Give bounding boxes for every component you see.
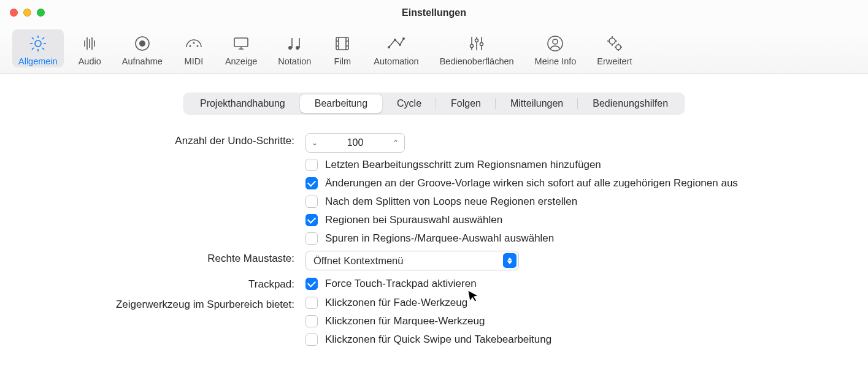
popup-arrows-icon [503, 253, 517, 268]
checkbox-icon [305, 214, 318, 226]
checkbox-icon [305, 159, 318, 171]
checkbox-force-touch[interactable]: Force Touch-Trackpad aktivieren [305, 278, 822, 290]
popup-value: Öffnet Kontextmenü [313, 255, 403, 267]
sliders-icon [466, 33, 487, 54]
svg-point-15 [475, 39, 478, 42]
checkbox-icon [305, 315, 318, 327]
toolbar-item-erweitert[interactable]: Erweitert [591, 29, 638, 67]
trackpad-label: Trackpad: [25, 276, 294, 291]
midi-icon [183, 33, 204, 54]
record-icon [132, 33, 153, 54]
toolbar-item-label: Erweitert [597, 56, 632, 66]
right-mouse-label: Rechte Maustaste: [25, 251, 294, 265]
person-circle-icon [545, 33, 566, 54]
tab-bedienungshilfen[interactable]: Bedienungshilfen [578, 94, 683, 113]
toolbar-item-bedienoberflaechen[interactable]: Bedienoberflächen [434, 29, 520, 67]
checkbox-split-loops[interactable]: Nach dem Splitten von Loops neue Regione… [305, 196, 822, 208]
svg-point-5 [196, 45, 198, 47]
svg-point-13 [402, 37, 405, 40]
svg-point-0 [35, 40, 41, 47]
toolbar-item-automation[interactable]: Automation [367, 29, 424, 67]
svg-point-11 [394, 39, 396, 41]
preferences-toolbar: Allgemein Audio Aufnahme MIDI Anzeige No… [0, 26, 868, 74]
toolbar-item-notation[interactable]: Notation [272, 29, 317, 67]
toolbar-item-label: Aufnahme [122, 56, 163, 66]
checkbox-icon [305, 297, 318, 309]
toolbar-item-label: Meine Info [535, 56, 577, 66]
checkbox-groove-template[interactable]: Änderungen an der Groove-Vorlage wirken … [305, 177, 822, 189]
checkbox-add-edit-step[interactable]: Letzten Bearbeitungsschritt zum Regionsn… [305, 159, 822, 171]
checkbox-quickswipe-zones[interactable]: Klickzonen für Quick Swipe und Takebearb… [305, 334, 822, 346]
sub-tabs: Projekthandhabung Bearbeitung Cycle Folg… [183, 93, 685, 115]
checkbox-icon [305, 334, 318, 346]
checkbox-icon [305, 232, 318, 245]
tab-mitteilungen[interactable]: Mitteilungen [496, 94, 578, 113]
svg-point-16 [480, 43, 483, 46]
automation-icon [386, 33, 407, 54]
checkbox-region-on-track-select[interactable]: Regionen bei Spurauswahl auswählen [305, 214, 822, 226]
toolbar-item-label: MIDI [185, 56, 204, 66]
checkbox-tracks-in-region-select[interactable]: Spuren in Regions-/Marquee-Auswahl auswä… [305, 232, 822, 245]
gear-icon [28, 33, 48, 54]
stepper-down-icon[interactable]: ⌄ [306, 139, 323, 147]
right-mouse-popup[interactable]: Öffnet Kontextmenü [305, 251, 519, 270]
tab-projekthandhabung[interactable]: Projekthandhabung [185, 94, 300, 113]
svg-rect-6 [234, 38, 248, 47]
svg-point-3 [189, 45, 191, 47]
gears-icon [604, 33, 625, 54]
toolbar-item-aufnahme[interactable]: Aufnahme [116, 29, 169, 67]
tab-cycle[interactable]: Cycle [382, 94, 436, 113]
tab-folgen[interactable]: Folgen [436, 94, 496, 113]
checkbox-label: Force Touch-Trackpad aktivieren [325, 278, 477, 290]
svg-point-18 [553, 39, 558, 44]
toolbar-item-label: Allgemein [18, 56, 58, 66]
toolbar-item-label: Notation [278, 56, 311, 66]
svg-point-12 [399, 44, 401, 46]
svg-rect-9 [336, 37, 348, 50]
undo-steps-label: Anzahl der Undo-Schritte: [25, 133, 294, 147]
display-icon [231, 33, 252, 54]
toolbar-item-label: Bedienoberflächen [440, 56, 514, 66]
window-title: Einstellungen [0, 7, 868, 18]
toolbar-item-label: Anzeige [225, 56, 257, 66]
toolbar-item-anzeige[interactable]: Anzeige [219, 29, 263, 67]
content-area: Projekthandhabung Bearbeitung Cycle Folg… [0, 74, 868, 346]
svg-point-10 [388, 46, 390, 48]
checkbox-label: Klickzonen für Marquee-Werkzeug [325, 315, 485, 327]
title-bar: Einstellungen [0, 0, 868, 26]
svg-point-19 [609, 38, 615, 44]
svg-point-7 [288, 46, 292, 50]
toolbar-item-label: Automation [374, 56, 418, 66]
checkbox-label: Regionen bei Spurauswahl auswählen [325, 214, 502, 226]
checkbox-marquee-zones[interactable]: Klickzonen für Marquee-Werkzeug [305, 315, 822, 327]
checkbox-label: Änderungen an der Groove-Vorlage wirken … [325, 177, 738, 189]
toolbar-item-allgemein[interactable]: Allgemein [12, 29, 64, 67]
waveform-icon [79, 33, 100, 54]
checkbox-label: Klickzonen für Quick Swipe und Takebearb… [325, 334, 551, 346]
toolbar-item-label: Audio [79, 56, 101, 66]
toolbar-item-film[interactable]: Film [326, 29, 359, 67]
svg-point-8 [296, 46, 299, 50]
toolbar-item-audio[interactable]: Audio [72, 29, 107, 67]
toolbar-item-meine-info[interactable]: Meine Info [529, 29, 583, 67]
checkbox-icon [305, 278, 318, 290]
checkbox-icon [305, 177, 318, 189]
svg-point-4 [193, 42, 194, 44]
svg-point-20 [616, 45, 621, 50]
tab-bearbeitung[interactable]: Bearbeitung [300, 94, 382, 113]
checkbox-label: Letzten Bearbeitungsschritt zum Regionsn… [325, 159, 601, 171]
svg-point-14 [470, 45, 474, 48]
checkbox-icon [305, 196, 318, 208]
checkbox-label: Nach dem Splitten von Loops neue Regione… [325, 196, 577, 208]
notes-icon [284, 33, 305, 54]
stepper-up-icon[interactable]: ⌃ [387, 139, 404, 147]
undo-steps-stepper[interactable]: ⌄ 100 ⌃ [305, 133, 405, 153]
toolbar-item-midi[interactable]: MIDI [177, 29, 210, 67]
editing-form: Anzahl der Undo-Schritte: ⌄ 100 ⌃ Letzte… [25, 133, 822, 346]
pointer-tool-label: Zeigerwerkzeug im Spurbereich bietet: [25, 297, 294, 311]
checkbox-label: Spuren in Regions-/Marquee-Auswahl auswä… [325, 232, 554, 245]
film-icon [332, 33, 353, 54]
svg-point-2 [139, 40, 145, 47]
toolbar-item-label: Film [334, 56, 351, 66]
checkbox-fade-zones[interactable]: Klickzonen für Fade-Werkzeug [305, 297, 822, 309]
